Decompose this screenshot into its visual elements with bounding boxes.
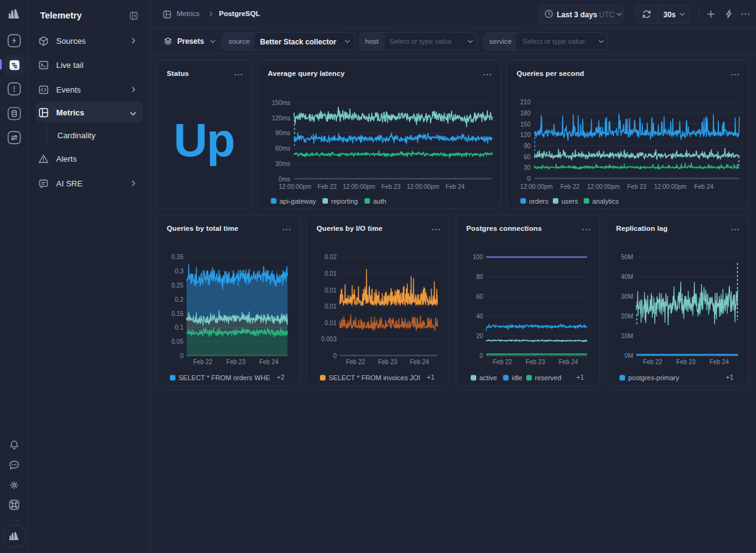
svg-text:120: 120	[520, 131, 531, 138]
svg-text:0.05: 0.05	[172, 338, 184, 345]
svg-text:+1: +1	[725, 373, 733, 381]
svg-text:20: 20	[476, 333, 484, 339]
svg-text:0M: 0M	[624, 352, 633, 359]
svg-text:30ms: 30ms	[275, 160, 290, 167]
svg-text:0.01: 0.01	[324, 320, 337, 326]
svg-text:Feb 23: Feb 23	[377, 359, 397, 365]
svg-text:0: 0	[180, 352, 183, 359]
svg-text:Feb 22: Feb 22	[345, 359, 365, 365]
svg-text:12:00:00pm: 12:00:00pm	[279, 183, 311, 190]
svg-text:Feb 23: Feb 23	[676, 359, 696, 365]
svg-text:0.1: 0.1	[175, 324, 183, 331]
svg-text:0.35: 0.35	[172, 254, 184, 260]
svg-text:Feb 23: Feb 23	[381, 183, 401, 190]
svg-text:reserved: reserved	[535, 374, 561, 381]
svg-text:60: 60	[476, 293, 484, 300]
svg-text:Feb 22: Feb 22	[193, 359, 213, 365]
svg-text:0.15: 0.15	[172, 310, 184, 317]
svg-text:0.01: 0.01	[324, 270, 337, 277]
svg-text:idle: idle	[512, 374, 523, 381]
svg-text:+2: +2	[277, 373, 285, 381]
svg-text:analytics: analytics	[592, 198, 619, 205]
svg-text:Feb 24: Feb 24	[410, 359, 429, 365]
svg-text:0.3: 0.3	[175, 268, 183, 275]
svg-text:+1: +1	[426, 373, 434, 381]
svg-text:180: 180	[520, 110, 531, 117]
svg-text:0.2: 0.2	[175, 296, 183, 303]
svg-text:80: 80	[476, 273, 484, 280]
svg-text:api-gateway: api-gateway	[279, 198, 316, 205]
svg-text:60: 60	[523, 154, 531, 160]
svg-text:12:00:00pm: 12:00:00pm	[587, 183, 620, 190]
svg-text:Feb 22: Feb 22	[493, 359, 513, 365]
svg-text:0: 0	[479, 352, 483, 359]
svg-text:orders: orders	[529, 198, 548, 205]
svg-text:reporting: reporting	[331, 198, 358, 205]
svg-text:40: 40	[476, 313, 484, 320]
svg-text:150ms: 150ms	[271, 99, 290, 106]
svg-text:30: 30	[523, 164, 531, 171]
svg-text:20M: 20M	[621, 313, 632, 320]
svg-text:Feb 24: Feb 24	[694, 183, 713, 190]
svg-text:0.01: 0.01	[324, 303, 337, 310]
svg-text:postgres-primary: postgres-primary	[628, 374, 679, 381]
svg-text:0ms: 0ms	[279, 176, 290, 183]
svg-text:users: users	[561, 198, 578, 205]
svg-text:210: 210	[520, 99, 531, 106]
svg-text:0.01: 0.01	[324, 287, 337, 294]
svg-text:auth: auth	[373, 198, 386, 205]
svg-text:Feb 24: Feb 24	[559, 359, 579, 365]
svg-text:40M: 40M	[621, 273, 632, 280]
svg-text:90ms: 90ms	[275, 130, 290, 136]
svg-text:0: 0	[527, 175, 531, 182]
svg-text:50M: 50M	[621, 254, 632, 260]
svg-text:120ms: 120ms	[271, 115, 290, 122]
svg-text:Feb 22: Feb 22	[317, 183, 337, 190]
svg-text:12:00:00pm: 12:00:00pm	[653, 183, 686, 190]
svg-text:+1: +1	[576, 373, 584, 381]
svg-text:Feb 22: Feb 22	[642, 359, 662, 365]
svg-text:active: active	[479, 374, 497, 381]
svg-text:90: 90	[523, 143, 531, 149]
svg-text:Feb 24: Feb 24	[709, 359, 729, 365]
svg-text:12:00:00pm: 12:00:00pm	[342, 183, 375, 190]
svg-text:60ms: 60ms	[275, 145, 290, 152]
svg-text:Feb 23: Feb 23	[226, 359, 246, 365]
svg-text:Feb 23: Feb 23	[627, 183, 647, 190]
svg-text:SELECT * FROM invoices JOI: SELECT * FROM invoices JOI	[329, 374, 420, 381]
svg-text:0.003: 0.003	[321, 336, 336, 343]
svg-text:Feb 24: Feb 24	[259, 359, 279, 365]
svg-text:Feb 24: Feb 24	[445, 183, 465, 190]
svg-text:Feb 23: Feb 23	[526, 359, 545, 365]
svg-text:100: 100	[472, 254, 483, 260]
svg-text:150: 150	[520, 121, 531, 128]
svg-text:0.25: 0.25	[172, 282, 184, 289]
svg-text:0: 0	[333, 352, 337, 359]
svg-text:12:00:00pm: 12:00:00pm	[520, 183, 553, 190]
svg-text:12:00:00pm: 12:00:00pm	[406, 183, 439, 190]
svg-text:30M: 30M	[621, 293, 632, 300]
svg-text:SELECT * FROM orders WHE: SELECT * FROM orders WHE	[178, 374, 270, 381]
svg-text:0.02: 0.02	[324, 254, 337, 260]
svg-text:Feb 22: Feb 22	[560, 183, 580, 190]
svg-text:10M: 10M	[621, 333, 632, 339]
